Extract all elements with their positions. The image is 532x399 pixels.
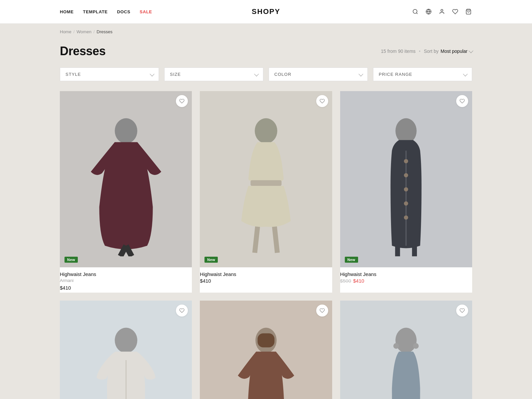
filter-style-label: STYLE xyxy=(66,72,81,77)
product-wishlist-button[interactable] xyxy=(176,305,188,317)
sale-price: $410 xyxy=(353,278,364,284)
product-info: Highwaist Jeans $500$410 xyxy=(340,267,472,286)
badge-new: New xyxy=(65,257,78,263)
product-card-6[interactable]: Highwaist Jeans $410 xyxy=(340,301,472,399)
product-image xyxy=(340,301,472,399)
products-grid: New Highwaist Jeans Armani $410 New xyxy=(60,91,472,399)
svg-point-0 xyxy=(413,9,417,13)
product-price-value: $410 xyxy=(200,278,211,284)
svg-point-9 xyxy=(255,118,277,143)
filters-row: STYLE SIZE COLOR PRICE RANGE xyxy=(60,67,472,81)
badge-new: New xyxy=(345,257,358,263)
product-info: Highwaist Jeans $410 xyxy=(200,267,332,286)
filter-price-range[interactable]: PRICE RANGE xyxy=(373,67,472,81)
svg-point-15 xyxy=(404,159,408,163)
breadcrumb-sep-1: / xyxy=(73,29,75,34)
user-icon[interactable] xyxy=(438,8,446,15)
nav-template[interactable]: TEMPLATE xyxy=(83,9,108,14)
product-wishlist-button[interactable] xyxy=(316,95,328,107)
breadcrumb-current: Dresses xyxy=(97,29,113,34)
sort-info: 15 from 90 items • Sort by Most popular xyxy=(381,49,472,54)
sort-by-value: Most popular xyxy=(441,49,467,54)
main-content: Dresses 15 from 90 items • Sort by Most … xyxy=(53,34,479,399)
main-nav: HOME TEMPLATE DOCS SALE xyxy=(60,9,152,14)
product-name: Highwaist Jeans xyxy=(200,271,332,277)
filter-size-label: SIZE xyxy=(170,72,181,77)
filter-style-chevron xyxy=(150,71,154,76)
product-card-4[interactable]: Highwaist Jeans $410 xyxy=(60,301,192,399)
breadcrumb: Home / Women / Dresses xyxy=(53,29,479,34)
product-price: $410 xyxy=(200,278,332,284)
product-name: Highwaist Jeans xyxy=(60,271,192,277)
svg-point-4 xyxy=(441,9,443,11)
product-info: Highwaist Jeans Armani $410 xyxy=(60,267,192,293)
breadcrumb-sep-2: / xyxy=(93,29,95,34)
product-image xyxy=(60,301,192,399)
product-image: New xyxy=(200,91,332,267)
product-card-1[interactable]: New Highwaist Jeans Armani $410 xyxy=(60,91,192,293)
sort-chevron-icon xyxy=(468,49,473,53)
filter-style[interactable]: STYLE xyxy=(60,67,159,81)
product-name: Highwaist Jeans xyxy=(340,271,472,277)
product-card-2[interactable]: New Highwaist Jeans $410 xyxy=(200,91,332,293)
sort-by-button[interactable]: Sort by Most popular xyxy=(424,49,472,54)
wishlist-icon[interactable] xyxy=(452,8,459,15)
item-count: 15 from 90 items xyxy=(381,49,416,54)
product-image xyxy=(200,301,332,399)
product-image: New xyxy=(340,91,472,267)
svg-point-28 xyxy=(413,343,419,349)
product-price-value: $410 xyxy=(60,285,71,291)
svg-point-13 xyxy=(396,118,417,143)
svg-point-19 xyxy=(404,215,408,220)
site-logo[interactable]: SHOPY xyxy=(252,7,280,16)
product-card-5[interactable]: Highwaist Jeans $410 xyxy=(200,301,332,399)
svg-point-6 xyxy=(115,118,137,143)
svg-point-27 xyxy=(393,343,399,349)
product-wishlist-button[interactable] xyxy=(456,305,468,317)
svg-point-26 xyxy=(396,328,417,353)
product-wishlist-button[interactable] xyxy=(456,95,468,107)
nav-sale[interactable]: SALE xyxy=(140,9,152,14)
badge-new: New xyxy=(204,257,218,263)
nav-icons xyxy=(412,8,472,15)
svg-rect-25 xyxy=(258,333,275,347)
product-brand: Armani xyxy=(60,278,192,283)
nav-docs[interactable]: DOCS xyxy=(117,9,130,14)
globe-icon[interactable] xyxy=(425,8,432,15)
product-card-3[interactable]: New Highwaist Jeans $500$410 xyxy=(340,91,472,293)
svg-line-1 xyxy=(416,13,417,14)
page-title: Dresses xyxy=(60,44,106,58)
original-price: $500 xyxy=(340,278,351,284)
filter-size-chevron xyxy=(254,71,259,76)
svg-line-12 xyxy=(274,227,277,253)
filter-size[interactable]: SIZE xyxy=(164,67,263,81)
filter-price-label: PRICE RANGE xyxy=(379,72,412,77)
svg-point-22 xyxy=(115,328,137,353)
nav-home[interactable]: HOME xyxy=(60,9,74,14)
cart-icon[interactable] xyxy=(465,8,472,15)
svg-line-11 xyxy=(255,227,257,253)
filter-price-chevron xyxy=(463,71,467,76)
product-wishlist-button[interactable] xyxy=(316,305,328,317)
dot-separator: • xyxy=(419,49,421,54)
svg-rect-10 xyxy=(250,180,281,186)
sort-by-label: Sort by xyxy=(424,49,439,54)
site-header: HOME TEMPLATE DOCS SALE SHOPY xyxy=(0,0,532,24)
filter-color-chevron xyxy=(358,71,363,76)
breadcrumb-women[interactable]: Women xyxy=(76,29,91,34)
svg-point-16 xyxy=(404,173,408,178)
page-header-row: Dresses 15 from 90 items • Sort by Most … xyxy=(60,44,472,58)
product-price: $500$410 xyxy=(340,278,472,284)
breadcrumb-home[interactable]: Home xyxy=(60,29,71,34)
svg-point-18 xyxy=(404,201,408,205)
search-icon[interactable] xyxy=(412,8,419,15)
product-price: $410 xyxy=(60,285,192,291)
filter-color-label: COLOR xyxy=(274,72,291,77)
filter-color[interactable]: COLOR xyxy=(269,67,368,81)
product-image: New xyxy=(60,91,192,267)
svg-point-17 xyxy=(404,187,408,192)
